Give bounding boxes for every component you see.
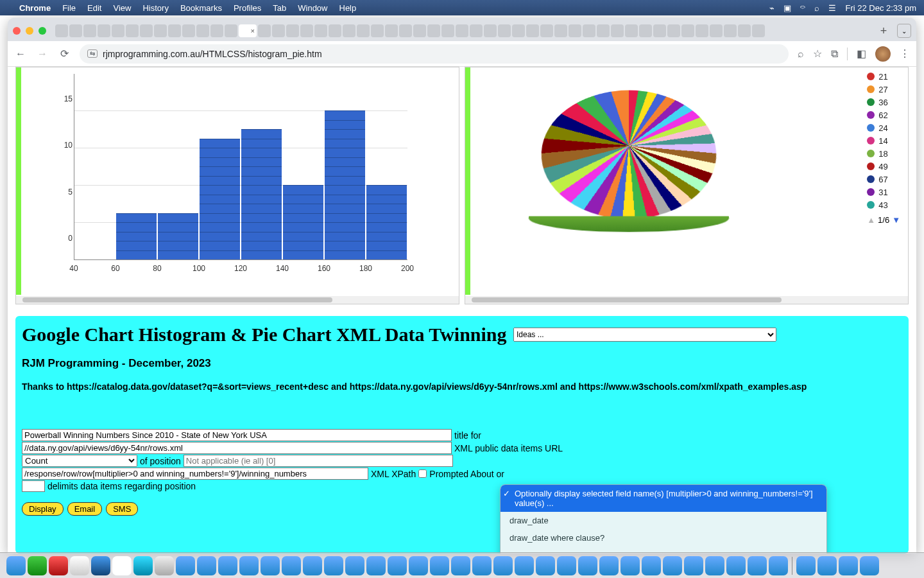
legend-item[interactable]: 24 [867,121,900,134]
dock-app-icon[interactable] [860,556,879,575]
pinned-tab[interactable] [112,24,124,37]
ideas-select[interactable]: Ideas ... [513,328,776,342]
pinned-tab[interactable] [413,24,426,37]
pinned-tab[interactable] [427,24,440,37]
legend-item[interactable]: 67 [867,173,900,186]
dock-app-icon[interactable] [578,556,597,575]
dock-app-icon[interactable] [451,556,470,575]
pinned-tab[interactable] [526,24,539,37]
dock-app-icon[interactable] [345,556,364,575]
dock-app-icon[interactable] [70,556,89,575]
pinned-tab[interactable] [300,24,313,37]
dock-app-icon[interactable] [282,556,301,575]
pinned-tab[interactable] [710,24,723,37]
dock-app-icon[interactable] [366,556,386,575]
pinned-tab[interactable] [512,24,525,37]
legend-item[interactable]: 43 [867,198,900,211]
control-center-icon[interactable]: ☰ [828,3,836,13]
menu-history[interactable]: History [142,3,168,13]
app-name[interactable]: Chrome [19,3,51,13]
dock-app-icon[interactable] [599,556,619,575]
legend-next-icon[interactable]: ▼ [892,215,900,225]
new-tab-button[interactable]: + [877,24,891,38]
pinned-tab[interactable] [329,24,341,37]
legend-prev-icon[interactable]: ▲ [867,215,875,225]
menu-help[interactable]: Help [339,3,357,13]
forward-button[interactable]: → [36,48,49,60]
zoom-icon[interactable]: ⌕ [798,48,804,60]
pinned-tab[interactable] [456,24,468,37]
dock-app-icon[interactable] [557,556,576,575]
xpath-input[interactable] [22,468,368,480]
pinned-tab[interactable] [667,24,680,37]
back-button[interactable]: ← [14,48,27,60]
pinned-tab[interactable] [196,24,209,37]
pinned-tab[interactable] [272,24,285,37]
pinned-tab[interactable] [554,24,567,37]
pinned-tab[interactable] [681,24,694,37]
menu-edit[interactable]: Edit [87,3,101,13]
dock-app-icon[interactable] [303,556,322,575]
dock-app-icon[interactable] [261,556,280,575]
dock-app-icon[interactable] [642,556,661,575]
menu-bookmarks[interactable]: Bookmarks [180,3,222,13]
url-input[interactable] [22,442,452,454]
pinned-tab[interactable] [69,24,82,37]
legend-item[interactable]: 14 [867,134,900,147]
dock-app-icon[interactable] [839,556,858,575]
sms-button[interactable]: SMS [106,502,138,516]
extensions-icon[interactable]: ⧉ [831,48,838,60]
title-input[interactable] [22,429,452,441]
pinned-tab[interactable] [225,24,237,37]
menu-view[interactable]: View [113,3,131,13]
pinned-tab[interactable] [154,24,167,37]
tabs-overflow-button[interactable]: ⌄ [897,24,911,38]
pinned-tab[interactable] [343,24,355,37]
pinned-tab[interactable] [441,24,454,37]
dock-app-icon[interactable] [536,556,555,575]
dock-app-icon[interactable] [705,556,724,575]
pinned-tab[interactable] [371,24,384,37]
dropdown-option[interactable]: draw_date [501,512,826,529]
dock-app-icon[interactable] [218,556,237,575]
dock-app-icon[interactable] [176,556,195,575]
pinned-tab[interactable] [314,24,327,37]
dropdown-option-selected[interactable]: Optionally display selected field name(s… [501,485,826,512]
pinned-tab[interactable] [258,24,271,37]
pinned-tab[interactable] [470,24,483,37]
dock-app-icon[interactable] [155,556,174,575]
dock-app-icon[interactable] [430,556,449,575]
pinned-tab[interactable] [597,24,610,37]
dock-app-icon[interactable] [6,556,26,575]
dock-app-icon[interactable] [409,556,428,575]
legend-item[interactable]: 27 [867,83,900,96]
dock-app-icon[interactable] [620,556,640,575]
legend-item[interactable]: 31 [867,186,900,198]
dock-app-icon[interactable] [472,556,492,575]
legend-item[interactable]: 49 [867,160,900,173]
dock-app-icon[interactable] [197,556,216,575]
pinned-tab[interactable] [357,24,370,37]
pinned-tab[interactable] [210,24,223,37]
dock-app-icon[interactable] [28,556,47,575]
minimize-window-button[interactable] [26,27,33,35]
dock-app-icon[interactable] [324,556,343,575]
site-info-icon[interactable]: ⇆ [87,49,98,58]
reload-button[interactable]: ⟳ [58,48,71,60]
pinned-tab[interactable] [569,24,581,37]
menu-profiles[interactable]: Profiles [234,3,261,13]
pinned-tab[interactable] [498,24,511,37]
panel-scrollbar[interactable] [465,296,908,304]
dock-app-icon[interactable] [239,556,259,575]
dock-app-icon[interactable] [817,556,837,575]
panel-scrollbar[interactable] [16,296,459,304]
bookmark-star-icon[interactable]: ☆ [813,48,822,60]
menu-file[interactable]: File [62,3,76,13]
pinned-tab[interactable] [752,24,765,37]
pinned-tab[interactable] [126,24,139,37]
pinned-tab[interactable] [738,24,751,37]
pinned-tab[interactable] [724,24,737,37]
count-select[interactable]: Count [22,455,137,467]
display-button[interactable]: Display [22,502,64,516]
profile-avatar[interactable] [875,46,891,62]
